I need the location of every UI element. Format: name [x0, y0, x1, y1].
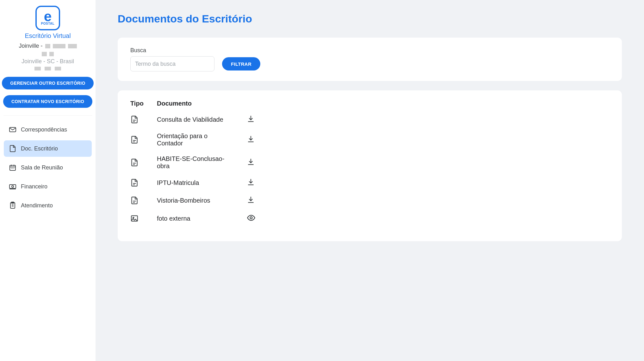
logo-subtext: POSTAL: [41, 22, 55, 25]
table-row: IPTU-Matricula: [130, 178, 609, 187]
nav-label: Sala de Reunião: [21, 164, 63, 171]
documents-card: Tipo Documento Consulta de ViabilidadeOr…: [118, 90, 622, 241]
document-icon: [130, 136, 143, 144]
table-header: Tipo Documento: [130, 100, 609, 107]
redacted-block: [45, 44, 50, 48]
redacted-block: [49, 52, 54, 56]
svg-rect-2: [9, 185, 16, 188]
document-name: Vistoria-Bombeiros: [157, 197, 233, 204]
nav-item-correspondencias[interactable]: Correspondências: [4, 121, 92, 138]
document-name: Consulta de Viabilidade: [157, 116, 233, 123]
manage-office-button[interactable]: GERENCIAR OUTRO ESCRITÓRIO: [2, 77, 93, 89]
location-line-3: Joinville - SC - Brasil: [22, 58, 74, 65]
download-icon[interactable]: [247, 135, 256, 144]
nav: Correspondências Doc. Escritório Sala de…: [0, 121, 96, 216]
filter-button[interactable]: FILTRAR: [222, 57, 260, 70]
th-tipo: Tipo: [130, 100, 143, 107]
mail-icon: [9, 126, 16, 133]
image-icon: [130, 214, 143, 223]
document-icon: [130, 196, 143, 205]
redacted-block: [68, 44, 77, 48]
money-icon: [9, 183, 16, 190]
table-row: Vistoria-Bombeiros: [130, 196, 609, 205]
document-name: foto externa: [157, 215, 233, 222]
document-name: Orientação para o Contador: [157, 132, 233, 147]
nav-label: Financeiro: [21, 183, 47, 190]
document-icon: [130, 115, 143, 124]
sidebar: e POSTAL Escritório Virtual Joinville - …: [0, 0, 96, 361]
main: Documentos do Escritório Busca FILTRAR T…: [96, 0, 644, 361]
view-icon[interactable]: [247, 213, 256, 223]
app-title: Escritório Virtual: [25, 32, 71, 40]
nav-item-atendimento[interactable]: Atendimento: [4, 197, 92, 214]
clipboard-icon: [9, 202, 16, 209]
nav-item-sala-reuniao[interactable]: Sala de Reunião: [4, 159, 92, 176]
search-label: Busca: [130, 47, 214, 54]
logo: e POSTAL: [35, 6, 60, 30]
table-row: HABITE-SE-Conclusao-obra: [130, 155, 609, 170]
redacted-line-2: [42, 52, 54, 56]
document-name: IPTU-Matricula: [157, 179, 233, 187]
hire-office-button[interactable]: CONTRATAR NOVO ESCRITÓRIO: [3, 95, 92, 108]
table-row: foto externa: [130, 213, 609, 223]
divider: [3, 115, 92, 116]
location-line-1: Joinville -: [19, 43, 77, 49]
redacted-block: [42, 52, 47, 56]
nav-label: Correspondências: [21, 126, 67, 133]
redacted-block: [55, 67, 61, 70]
logo-letter: e: [44, 11, 52, 22]
document-icon: [130, 158, 143, 167]
nav-item-doc-escritorio[interactable]: Doc. Escritório: [4, 140, 92, 157]
download-icon[interactable]: [247, 115, 256, 124]
nav-item-financeiro[interactable]: Financeiro: [4, 178, 92, 195]
calendar-icon: [9, 164, 16, 171]
redacted-block: [34, 67, 41, 70]
download-icon[interactable]: [247, 178, 256, 187]
document-icon: [130, 179, 143, 187]
svg-point-8: [250, 217, 252, 219]
page-title: Documentos do Escritório: [118, 13, 622, 25]
document-icon: [9, 145, 16, 152]
download-icon[interactable]: [247, 158, 256, 167]
search-input[interactable]: [130, 56, 214, 71]
svg-point-7: [133, 217, 134, 218]
redacted-block: [45, 67, 51, 70]
table-row: Consulta de Viabilidade: [130, 115, 609, 124]
redacted-line-4: [34, 67, 61, 70]
nav-label: Atendimento: [21, 202, 53, 209]
nav-label: Doc. Escritório: [21, 145, 58, 152]
download-icon[interactable]: [247, 196, 256, 205]
svg-point-3: [12, 186, 14, 187]
table-row: Orientação para o Contador: [130, 132, 609, 147]
search-card: Busca FILTRAR: [118, 38, 622, 81]
th-documento: Documento: [157, 100, 192, 107]
document-name: HABITE-SE-Conclusao-obra: [157, 155, 233, 170]
redacted-block: [53, 44, 65, 48]
